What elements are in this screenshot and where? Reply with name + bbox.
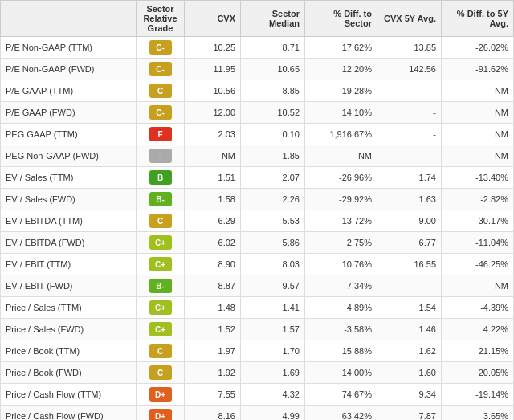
median-value: 10.65 (241, 59, 305, 80)
avg5y-value: 142.56 (377, 59, 442, 80)
median-value: 1.57 (241, 319, 305, 340)
diff-5y-value: NM (442, 275, 514, 297)
avg5y-value: - (377, 124, 442, 145)
table-row: P/E GAAP (FWD) C- 12.00 10.52 14.10% - N… (1, 102, 514, 124)
avg5y-value: 1.46 (377, 319, 442, 340)
grade-cell: B- (137, 275, 185, 297)
metric-label: EV / EBITDA (TTM) (1, 210, 137, 232)
table-row: Price / Sales (FWD) C+ 1.52 1.57 -3.58% … (1, 319, 514, 340)
metric-label: P/E GAAP (TTM) (1, 80, 137, 102)
median-value: 4.32 (241, 384, 305, 406)
median-value: 5.53 (241, 210, 305, 232)
diff-sector-value: 19.28% (305, 80, 377, 102)
metric-label: PEG GAAP (TTM) (1, 124, 137, 145)
grade-badge: C (149, 84, 172, 98)
header-metric (1, 1, 137, 37)
grade-cell: C+ (137, 319, 185, 340)
diff-sector-value: 17.62% (305, 37, 377, 59)
cvx-value: 12.00 (185, 102, 241, 124)
median-value: 10.52 (241, 102, 305, 124)
diff-5y-value: 3.65% (442, 406, 514, 421)
header-diff-sector: % Diff. to Sector (305, 1, 377, 37)
diff-sector-value: 12.20% (305, 59, 377, 80)
diff-5y-value: NM (442, 145, 514, 167)
grade-badge: C+ (149, 300, 172, 315)
grade-badge: C- (149, 40, 172, 55)
header-median: Sector Median (241, 1, 305, 37)
diff-5y-value: NM (442, 124, 514, 145)
median-value: 1.85 (241, 145, 305, 167)
header-diff-5y: % Diff. to 5Y Avg. (442, 1, 514, 37)
avg5y-value: 1.74 (377, 167, 442, 189)
avg5y-value: 1.54 (377, 297, 442, 319)
cvx-value: 7.55 (185, 384, 241, 406)
cvx-value: 11.95 (185, 59, 241, 80)
diff-5y-value: 4.22% (442, 319, 514, 340)
diff-5y-value: -30.17% (442, 210, 514, 232)
grade-cell: C+ (137, 232, 185, 254)
median-value: 9.57 (241, 275, 305, 297)
diff-5y-value: NM (442, 102, 514, 124)
diff-sector-value: -7.34% (305, 275, 377, 297)
table-row: P/E Non-GAAP (TTM) C- 10.25 8.71 17.62% … (1, 37, 514, 59)
grade-badge: D+ (149, 387, 172, 402)
median-value: 1.41 (241, 297, 305, 319)
avg5y-value: 13.85 (377, 37, 442, 59)
grade-cell: C- (137, 37, 185, 59)
table-row: Price / Cash Flow (TTM) D+ 7.55 4.32 74.… (1, 384, 514, 406)
cvx-value: 1.97 (185, 340, 241, 362)
table-row: PEG Non-GAAP (FWD) - NM 1.85 NM - NM (1, 145, 514, 167)
metric-label: Price / Sales (FWD) (1, 319, 137, 340)
table-row: EV / EBITDA (FWD) C+ 6.02 5.86 2.75% 6.7… (1, 232, 514, 254)
diff-sector-value: 13.72% (305, 210, 377, 232)
diff-sector-value: 4.89% (305, 297, 377, 319)
grade-badge: C+ (149, 235, 172, 250)
metric-label: P/E Non-GAAP (FWD) (1, 59, 137, 80)
grade-cell: B- (137, 189, 185, 210)
table-row: PEG GAAP (TTM) F 2.03 0.10 1,916.67% - N… (1, 124, 514, 145)
avg5y-value: 1.62 (377, 340, 442, 362)
avg5y-value: - (377, 102, 442, 124)
avg5y-value: 1.60 (377, 362, 442, 384)
diff-sector-value: 14.00% (305, 362, 377, 384)
grade-badge: C- (149, 62, 172, 76)
median-value: 2.07 (241, 167, 305, 189)
diff-5y-value: -19.14% (442, 384, 514, 406)
diff-sector-value: 14.10% (305, 102, 377, 124)
table-row: Price / Cash Flow (FWD) D+ 8.16 4.99 63.… (1, 406, 514, 421)
diff-sector-value: -26.96% (305, 167, 377, 189)
grade-badge: C (149, 344, 172, 358)
metric-label: P/E GAAP (FWD) (1, 102, 137, 124)
cvx-value: 1.48 (185, 297, 241, 319)
diff-sector-value: 15.88% (305, 340, 377, 362)
diff-sector-value: NM (305, 145, 377, 167)
grade-cell: C (137, 362, 185, 384)
cvx-value: 1.52 (185, 319, 241, 340)
metric-label: PEG Non-GAAP (FWD) (1, 145, 137, 167)
grade-badge: - (149, 149, 172, 163)
avg5y-value: 7.87 (377, 406, 442, 421)
grade-cell: B (137, 167, 185, 189)
grade-cell: C (137, 80, 185, 102)
header-cvx: CVX (185, 1, 241, 37)
cvx-value: 8.90 (185, 254, 241, 275)
diff-sector-value: -29.92% (305, 189, 377, 210)
diff-5y-value: NM (442, 80, 514, 102)
diff-sector-value: 74.67% (305, 384, 377, 406)
metric-label: EV / EBIT (FWD) (1, 275, 137, 297)
avg5y-value: 6.77 (377, 232, 442, 254)
avg5y-value: 16.55 (377, 254, 442, 275)
grade-cell: C+ (137, 297, 185, 319)
median-value: 8.71 (241, 37, 305, 59)
grade-badge: F (149, 127, 172, 141)
cvx-value: 1.51 (185, 167, 241, 189)
table-row: Price / Sales (TTM) C+ 1.48 1.41 4.89% 1… (1, 297, 514, 319)
grade-badge: B- (149, 192, 172, 206)
header-grade: Sector Relative Grade (137, 1, 185, 37)
grade-cell: D+ (137, 384, 185, 406)
diff-sector-value: 1,916.67% (305, 124, 377, 145)
cvx-value: NM (185, 145, 241, 167)
grade-cell: C- (137, 59, 185, 80)
grade-cell: C- (137, 102, 185, 124)
metric-label: P/E Non-GAAP (TTM) (1, 37, 137, 59)
